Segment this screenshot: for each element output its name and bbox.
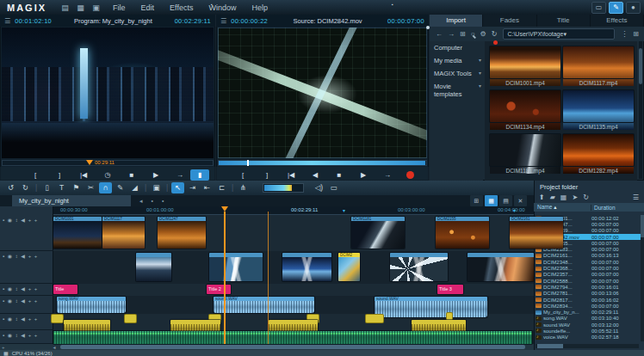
- timeline-clip[interactable]: DCIM1247: [158, 217, 206, 249]
- single-object-mode-button[interactable]: ⇥: [186, 182, 199, 193]
- delete-button[interactable]: ▯: [40, 182, 53, 193]
- clip-body[interactable]: [375, 301, 487, 317]
- file-row[interactable]: DCIM2357... 00:00:07:00: [534, 272, 641, 278]
- redo-button[interactable]: ↻: [19, 182, 32, 193]
- clip-body[interactable]: [53, 221, 102, 249]
- track-control-icons[interactable]: ▪ ◉ ↕ ◀ + +: [0, 330, 53, 338]
- ruler-marker-icon[interactable]: ▪: [211, 2, 213, 7]
- media-thumbnail[interactable]: DCIM1117.mp4: [563, 46, 634, 86]
- program-position-marker[interactable]: [86, 160, 93, 165]
- jump-end-button[interactable]: →: [378, 169, 397, 181]
- sidebar-item[interactable]: My media▾: [430, 54, 483, 67]
- track-control-icons[interactable]: ▪ ◉ ↕ ◀ + +: [0, 314, 53, 322]
- settings-icon[interactable]: ⚙: [480, 30, 486, 38]
- column-name[interactable]: Name ▴: [534, 204, 591, 211]
- hscroll-thumb[interactable]: [60, 345, 525, 349]
- media-pool-tab[interactable]: Import: [430, 15, 483, 27]
- timeline-clip[interactable]: [282, 253, 331, 281]
- stop-button[interactable]: ■: [330, 169, 349, 181]
- menu-item[interactable]: Window: [201, 3, 244, 12]
- media-thumbnail[interactable]: DCIM1001.mp4: [490, 46, 560, 86]
- jump-end-button[interactable]: →: [170, 169, 189, 181]
- thumbnail-image[interactable]: [490, 90, 560, 122]
- tab-scroll-icon[interactable]: •: [152, 198, 153, 205]
- file-row[interactable]: sound.WAV 00:03:12:00: [534, 322, 641, 328]
- menu-item[interactable]: Help: [244, 3, 276, 12]
- skip-start-button[interactable]: |◀: [282, 169, 300, 181]
- expand-arrow-icon[interactable]: ▾: [479, 70, 481, 77]
- tree-view-icon[interactable]: ⊞: [460, 30, 466, 38]
- source-scrub-bar[interactable]: [218, 160, 427, 166]
- scroll-left-icon[interactable]: ◂: [53, 344, 56, 350]
- forward-icon[interactable]: →: [448, 30, 455, 38]
- timeline-clip[interactable]: [390, 253, 448, 281]
- jog-mode-button[interactable]: ▮: [190, 169, 209, 181]
- thumbnail-image[interactable]: [563, 90, 634, 122]
- timeline-clip[interactable]: Title 3: [437, 285, 463, 294]
- program-video-preview[interactable]: [2, 28, 214, 158]
- timeline-clip[interactable]: sound.WAV: [375, 297, 487, 317]
- timeline-clip[interactable]: song.WAV: [57, 297, 126, 313]
- set-in-button[interactable]: [: [26, 169, 45, 181]
- media-thumbnail[interactable]: DCIM1282.mp4: [563, 134, 634, 174]
- clip-body[interactable]: [214, 301, 314, 313]
- timeline-clip[interactable]: DCIM2: [338, 253, 360, 281]
- clip-body[interactable]: [282, 257, 331, 281]
- expand-arrow-icon[interactable]: ▾: [479, 83, 481, 98]
- track-control-icons[interactable]: ▪ ◉ ↕ ◀ + +: [0, 296, 53, 304]
- track-header[interactable]: ▪ ◉ ↕ ◀ + +: [0, 284, 53, 296]
- refresh-icon[interactable]: ↻: [583, 193, 589, 201]
- clip-header[interactable]: Title 2: [207, 285, 231, 294]
- clip-header[interactable]: Title: [53, 285, 77, 294]
- group-button[interactable]: ▣: [150, 182, 163, 193]
- set-out-button[interactable]: ]: [50, 169, 69, 181]
- ruler-marker-icon[interactable]: ▪: [392, 2, 393, 7]
- program-scrub-bar[interactable]: 00:29:11: [2, 160, 214, 166]
- media-thumbnail[interactable]: DCIM1135.mp4: [563, 90, 634, 130]
- separator[interactable]: |: [230, 182, 235, 193]
- menu-item[interactable]: Effects: [162, 3, 201, 12]
- clip-body[interactable]: [436, 221, 489, 249]
- import-icon[interactable]: ⬆: [539, 193, 545, 201]
- media-pool-tab[interactable]: Fades: [483, 15, 536, 27]
- stretch-mode-button[interactable]: ⊏: [215, 182, 228, 193]
- file-list-scrollbar[interactable]: [641, 215, 644, 341]
- playhead[interactable]: [268, 212, 269, 344]
- track-control-icons[interactable]: ▪ ◉ ↕ ◀ + +: [0, 215, 53, 223]
- timeline-clip[interactable]: [52, 315, 63, 322]
- thumbnail-image[interactable]: [563, 134, 634, 166]
- timeline-clip[interactable]: DCIM2155: [436, 217, 489, 249]
- timeline-clip[interactable]: DCIM1181: [351, 217, 405, 249]
- file-row[interactable]: DCIM2368... 00:00:07:00: [534, 265, 641, 271]
- file-row[interactable]: DCIM2161... 00:00:16:13: [534, 253, 641, 259]
- media-thumbnail[interactable]: DCIM1134.mp4: [490, 90, 560, 130]
- account-icon[interactable]: ●: [626, 2, 641, 14]
- undo-button[interactable]: ↺: [4, 182, 17, 193]
- track-header[interactable]: ▪ ◉ ↕ ◀ + +: [0, 251, 53, 284]
- clip-body[interactable]: [158, 221, 206, 249]
- media-pool-tab[interactable]: Title: [537, 15, 591, 27]
- timeline-clip[interactable]: DCIM1001: [53, 217, 102, 249]
- tab-scroll-icon[interactable]: •: [162, 198, 164, 205]
- back-icon[interactable]: ←: [436, 30, 443, 38]
- thumbnail-image[interactable]: [490, 134, 560, 166]
- monitor-menu-icon[interactable]: ☰: [4, 17, 10, 25]
- timeline-clip[interactable]: Title: [53, 285, 77, 294]
- title-button[interactable]: T: [55, 182, 68, 193]
- clip-body[interactable]: [468, 257, 534, 281]
- skip-start-button[interactable]: |◀: [74, 169, 93, 181]
- all-tracks-mode-button[interactable]: ⇤: [201, 182, 214, 193]
- ruler-marker-icon[interactable]: ▾: [513, 207, 516, 213]
- display-mode-icon[interactable]: ▭: [591, 2, 606, 14]
- stop-button[interactable]: ■: [122, 169, 141, 181]
- fade-button[interactable]: ◢: [128, 182, 141, 193]
- file-row[interactable]: DCIM2348... 00:00:07:00: [534, 259, 641, 265]
- open-folder-icon[interactable]: ▦: [74, 3, 87, 12]
- source-video-preview[interactable]: [218, 28, 427, 158]
- sidebar-item[interactable]: Computer: [430, 41, 483, 54]
- grid-view-icon[interactable]: ⊞: [633, 30, 639, 38]
- preview-monitor-icon[interactable]: ▭: [327, 182, 340, 193]
- clip-body[interactable]: [510, 221, 563, 249]
- timeline-clip[interactable]: [136, 253, 171, 281]
- edit-mode-icon[interactable]: ✎: [609, 2, 623, 14]
